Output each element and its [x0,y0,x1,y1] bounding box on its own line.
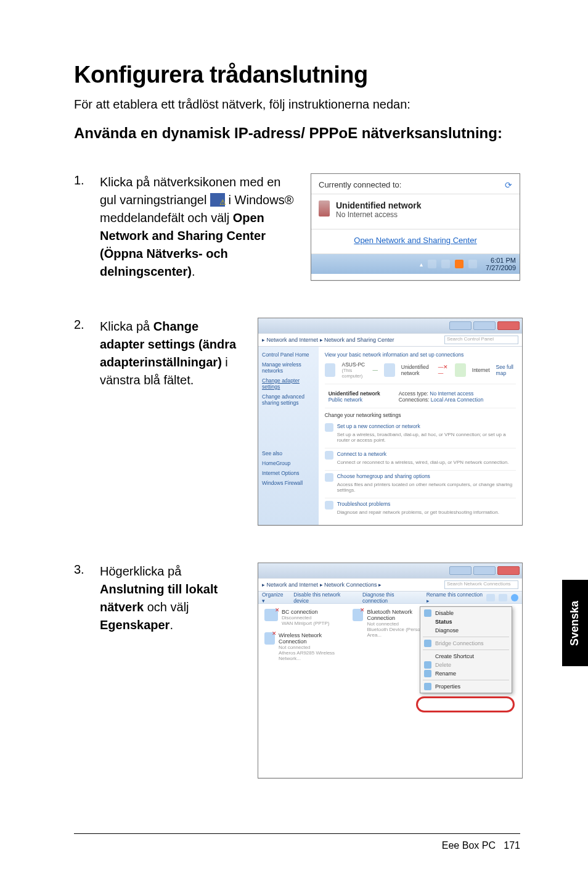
menu-diagnose[interactable]: Diagnose [422,626,510,635]
sidebar-item-homegroup[interactable]: HomeGroup [262,460,315,466]
screenshot-sharing-center: ▸ Network and Internet ▸ Network and Sha… [258,318,523,526]
computer-icon [325,363,336,377]
step-number: 3. [74,563,89,577]
tray-expand-icon[interactable]: ▴ [420,261,423,268]
step-3-text: Högerklicka på Anslutning till lokalt nä… [100,563,242,778]
properties-icon [424,683,431,690]
sidebar-item-advanced-sharing[interactable]: Change advanced sharing settings [262,394,315,406]
homegroup-link[interactable]: Choose homegroup and sharing options [337,473,430,479]
layout-icon[interactable] [499,594,507,601]
setup-icon [325,423,333,432]
sidebar-see-also: See also [262,450,315,456]
step-1: 1. Klicka på nätverksikonen med en gul v… [74,173,520,281]
toolbar-disable[interactable]: Disable this network device [293,592,356,604]
sidebar: Control Panel Home Manage wireless netwo… [258,347,319,525]
refresh-icon[interactable]: ⟳ [505,180,512,190]
toolbar-rename[interactable]: Rename this connection ▸ [427,592,486,604]
minimize-button[interactable] [449,566,472,575]
local-area-connection-link[interactable]: Local Area Connection [431,397,484,403]
sidebar-item-adapter-settings[interactable]: Change adapter settings [262,377,315,390]
menu-status[interactable]: Status [422,617,510,626]
network-warning-icon [210,193,225,207]
toolbar-diagnose[interactable]: Diagnose this connection [362,592,420,604]
help-icon[interactable] [511,594,518,601]
connect-link[interactable]: Connect to a network [337,451,386,457]
page-title: Konfigurera trådanslutning [74,62,520,88]
open-sharing-center-link[interactable]: Open Network and Sharing Center [354,236,476,245]
menu-properties[interactable]: Properties [422,682,510,691]
step-1-text: Klicka på nätverksikonen med en gul varn… [100,173,295,281]
toolbar-organize[interactable]: Organize ▾ [262,592,287,604]
network-icon [319,200,330,217]
setup-link[interactable]: Set up a new connection or network [337,423,420,429]
menu-rename[interactable]: Rename [422,669,510,678]
settings-section-title: Change your networking settings [325,412,516,418]
tray-flag-icon[interactable] [428,260,436,268]
window-titlebar [258,318,522,333]
toolbar: Organize ▾ Disable this network device D… [258,592,522,604]
network-status: No Internet access [336,210,421,219]
close-button[interactable] [497,321,520,330]
language-tab: Svenska [562,580,588,666]
menu-bridge: Bridge Connections [422,639,510,648]
troubleshoot-link[interactable]: Troubleshoot problems [337,501,391,507]
sidebar-item-firewall[interactable]: Windows Firewall [262,480,315,486]
section-subtitle: Använda en dynamisk IP-adress/ PPPoE nät… [74,124,520,142]
homegroup-icon [325,473,333,482]
connect-icon [325,451,333,460]
connection-icon [264,632,275,645]
system-tray: ▴ 6:01 PM 7/27/2009 [311,254,520,274]
view-icon[interactable] [486,594,495,601]
connection-item[interactable]: BC connectionDisconnectedWAN Miniport (P… [264,609,340,626]
sidebar-item-wireless[interactable]: Manage wireless networks [262,361,315,374]
troubleshoot-icon [325,501,333,510]
menu-shortcut[interactable]: Create Shortcut [422,652,510,661]
connection-icon [264,609,278,621]
network-name: Unidentified network [336,200,421,210]
tray-clock[interactable]: 6:01 PM 7/27/2009 [482,257,516,271]
see-full-map-link[interactable]: See full map [496,364,516,376]
sidebar-home[interactable]: Control Panel Home [262,352,315,358]
window-titlebar [258,563,522,578]
breadcrumb[interactable]: ▸ Network and Internet ▸ Network Connect… [262,582,382,588]
disable-icon [424,609,431,617]
main-title: View your basic network information and … [325,352,516,358]
step-number: 2. [74,318,89,332]
internet-globe-icon [455,363,466,377]
step-2-text: Klicka på Change adapter settings (ändra… [100,318,242,526]
tray-action-center-icon[interactable] [455,260,463,268]
screenshot-network-connections: ▸ Network and Internet ▸ Network Connect… [258,563,523,778]
rename-icon [424,670,431,677]
network-map-icon [384,363,395,377]
context-menu: Disable Status Diagnose Bridge Connectio… [420,606,512,693]
bridge-icon [424,640,431,647]
close-button[interactable] [497,566,520,575]
step-3: 3. Högerklicka på Anslutning till lokalt… [74,563,520,778]
maximize-button[interactable] [473,321,496,330]
search-input[interactable]: Search Control Panel [444,336,518,344]
flyout-header: Currently connected to: [319,180,401,190]
search-input[interactable]: Search Network Connections [444,580,518,589]
intro-text: För att etablera ett trådlöst nätverk, f… [74,96,520,113]
page-footer: Eee Box PC 171 [74,833,520,851]
minimize-button[interactable] [449,321,472,330]
breadcrumb[interactable]: ▸ Network and Internet ▸ Network and Sha… [262,337,394,343]
highlight-ring [416,696,515,712]
step-number: 1. [74,173,89,188]
step-2: 2. Klicka på Change adapter settings (än… [74,318,520,526]
menu-delete: Delete [422,661,510,669]
tray-network-icon[interactable] [441,260,450,268]
maximize-button[interactable] [473,566,496,575]
screenshot-network-flyout: Currently connected to: ⟳ Unidentified n… [311,173,520,281]
connection-item[interactable]: Wireless Network ConnectionNot connected… [264,632,340,661]
connection-icon [353,609,364,621]
connection-item[interactable]: Bluetooth Network ConnectionNot connecte… [353,609,428,638]
menu-disable[interactable]: Disable [422,609,510,617]
delete-icon [424,661,431,669]
sidebar-item-internet-options[interactable]: Internet Options [262,470,315,476]
tray-volume-icon[interactable] [468,260,477,268]
